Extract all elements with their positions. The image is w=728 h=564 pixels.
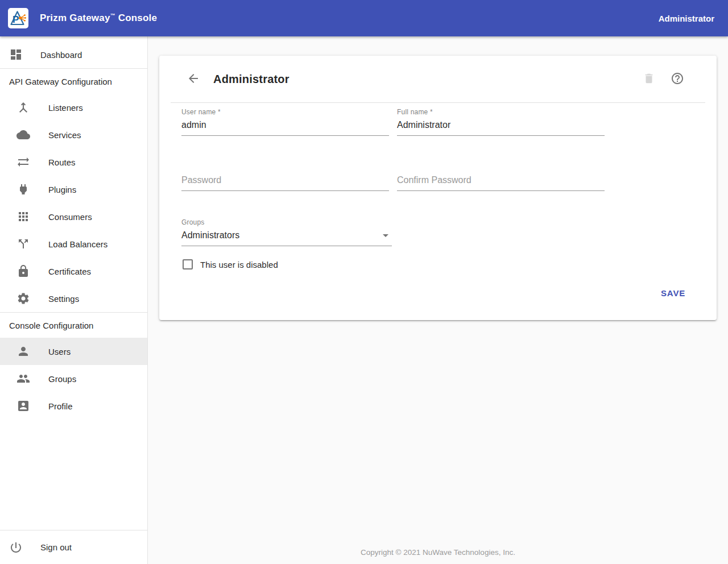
checkbox-label: This user is disabled	[200, 260, 278, 269]
user-form: User name * Full name *	[159, 103, 717, 320]
swap-arrows-icon	[16, 155, 30, 169]
page-title: Administrator	[213, 73, 289, 86]
sidebar-item-label: Dashboard	[40, 50, 82, 60]
password-input[interactable]	[181, 171, 389, 191]
sign-out-label: Sign out	[40, 542, 72, 552]
svg-text:P: P	[13, 14, 19, 25]
sidebar-item-groups[interactable]: Groups	[0, 365, 147, 392]
help-icon	[671, 72, 684, 87]
sidebar-item-settings[interactable]: Settings	[0, 285, 147, 312]
gear-icon	[16, 292, 30, 305]
sidebar-item-profile[interactable]: Profile	[0, 392, 147, 420]
sidebar-item-label: Services	[48, 130, 81, 140]
confirm-password-field-group	[397, 163, 605, 191]
sidebar-item-label: Settings	[48, 294, 79, 304]
sidebar-item-label: Plugins	[48, 185, 76, 194]
fullname-input[interactable]	[397, 116, 605, 136]
section-title-api-gateway: API Gateway Configuration	[0, 69, 147, 94]
user-disabled-checkbox-row[interactable]: This user is disabled	[181, 259, 694, 269]
card-header: Administrator	[159, 56, 717, 102]
user-edit-card: Administrator	[159, 56, 717, 320]
people-icon	[16, 372, 30, 385]
username-label: User name *	[181, 108, 389, 116]
content-row: Dashboard API Gateway Configuration List…	[0, 36, 728, 564]
dashboard-icon	[9, 48, 23, 61]
sidebar-item-label: Consumers	[48, 212, 92, 222]
username-input[interactable]	[181, 116, 389, 136]
groups-selected-value: Administrators	[181, 230, 239, 240]
dropdown-arrow-icon	[383, 234, 388, 237]
plug-icon	[16, 183, 30, 196]
password-label-space	[181, 163, 389, 171]
sign-out-button[interactable]: Sign out	[0, 530, 147, 564]
groups-select-group: Groups Administrators	[181, 218, 392, 246]
section-title-console-config: Console Configuration	[0, 313, 147, 338]
lock-icon	[16, 264, 30, 278]
app-title: Prizm Gateway™ Console	[40, 13, 157, 24]
fullname-field-group: Full name *	[397, 108, 605, 136]
sidebar-item-dashboard[interactable]: Dashboard	[0, 41, 147, 68]
sidebar-item-label: Groups	[48, 374, 76, 384]
sidebar-item-label: Users	[48, 347, 71, 356]
account-box-icon	[16, 399, 30, 413]
sidebar-item-label: Certificates	[48, 267, 91, 276]
current-user-menu[interactable]: Administrator	[659, 14, 714, 23]
help-button[interactable]	[668, 70, 686, 88]
cloud-icon	[16, 128, 30, 142]
app-title-brand: Prizm Gateway	[40, 13, 110, 23]
top-app-bar: P Prizm Gateway™ Console Administrator	[0, 0, 728, 36]
sidebar-item-load-balancers[interactable]: Load Balancers	[0, 230, 147, 258]
sidebar-item-routes[interactable]: Routes	[0, 148, 147, 176]
sidebar-item-label: Load Balancers	[48, 239, 107, 249]
groups-select[interactable]: Administrators	[181, 226, 392, 246]
back-button[interactable]	[184, 70, 202, 88]
sidebar-nav: Dashboard API Gateway Configuration List…	[0, 36, 148, 564]
sidebar-item-consumers[interactable]: Consumers	[0, 203, 147, 230]
copyright-footer: Copyright © 2021 NuWave Technologies, In…	[148, 548, 728, 557]
sidebar-item-label: Profile	[48, 401, 73, 411]
power-icon	[9, 541, 23, 554]
trademark-symbol: ™	[110, 13, 115, 18]
merge-icon	[16, 101, 30, 114]
sidebar-item-listeners[interactable]: Listeners	[0, 94, 147, 121]
confirm-password-input[interactable]	[397, 171, 605, 191]
checkbox-unchecked[interactable]	[183, 259, 193, 269]
sidebar-item-services[interactable]: Services	[0, 121, 147, 148]
app-root: P Prizm Gateway™ Console Administrator D…	[0, 0, 728, 564]
sidebar-item-label: Listeners	[48, 103, 83, 113]
delete-user-button[interactable]	[640, 70, 658, 88]
fullname-label: Full name *	[397, 108, 605, 116]
confirm-password-label-space	[397, 163, 605, 171]
person-icon	[16, 345, 30, 358]
prizm-logo-icon: P	[8, 8, 28, 28]
sidebar-item-label: Routes	[48, 157, 76, 167]
call-split-icon	[16, 237, 30, 251]
arrow-back-icon	[187, 72, 200, 87]
trash-icon	[643, 72, 655, 86]
username-field-group: User name *	[181, 108, 389, 136]
main-content: Administrator	[148, 36, 728, 564]
save-button[interactable]: SAVE	[652, 283, 694, 303]
groups-label: Groups	[181, 218, 392, 226]
sidebar-item-plugins[interactable]: Plugins	[0, 176, 147, 203]
app-title-console: Console	[118, 13, 157, 23]
sidebar-item-certificates[interactable]: Certificates	[0, 258, 147, 285]
password-field-group	[181, 163, 389, 191]
form-grid: User name * Full name *	[181, 108, 694, 191]
sidebar-item-users[interactable]: Users	[0, 338, 147, 365]
sidebar-spacer	[0, 420, 147, 530]
apps-grid-icon	[16, 210, 30, 223]
card-actions: SAVE	[181, 283, 694, 303]
